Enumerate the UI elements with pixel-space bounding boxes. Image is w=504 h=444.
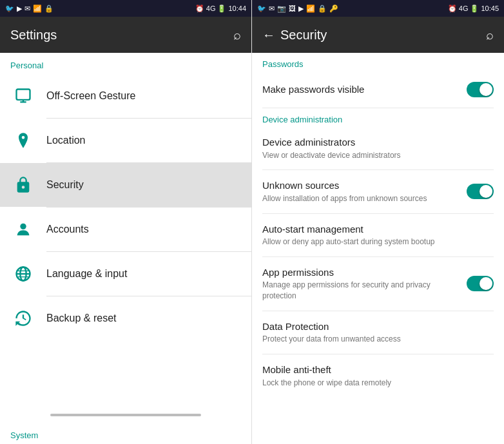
left-panel: 🐦 ▶ ✉ 📶 🔒 ⏰ 4G 🔋 10:44 Settings ⌕ Person…: [0, 0, 252, 444]
right-search-icon[interactable]: ⌕: [486, 28, 494, 43]
data-protection-title: Data Protection: [262, 320, 489, 333]
left-time: 10:44: [228, 5, 246, 12]
passwords-section-label: Passwords: [252, 53, 504, 72]
mobile-anti-theft-content: Mobile anti-theft Lock the phone or wipe…: [262, 363, 494, 388]
location-label: Location: [46, 135, 86, 146]
sidebar-item-backup-reset[interactable]: Backup & reset: [0, 296, 251, 340]
right-time: 10:45: [481, 5, 499, 12]
system-section-label: System: [0, 423, 251, 444]
device-administrators-item[interactable]: Device administrators View or deactivate…: [252, 127, 504, 169]
right-twitter-icon: 🐦: [257, 5, 266, 13]
right-top-bar: ← Security ⌕: [252, 17, 504, 53]
sidebar-item-location[interactable]: Location: [0, 119, 251, 162]
auto-start-management-item[interactable]: Auto-start management Allow or deny app …: [252, 214, 504, 256]
right-lock2-icon: 🔒: [318, 5, 327, 13]
app-permissions-subtitle: Manage app permissions for security and …: [262, 280, 461, 302]
left-alarm-icon: ⏰: [195, 5, 204, 13]
right-status-icons-right: ⏰ 4G 🔋 10:45: [448, 5, 499, 13]
security-label: Security: [46, 179, 84, 191]
left-status-icons-right: ⏰ 4G 🔋 10:44: [195, 5, 246, 13]
right-cam-icon: 📷: [277, 5, 286, 13]
security-icon: [10, 172, 36, 198]
auto-start-management-title: Auto-start management: [262, 223, 489, 236]
gesture-icon: [10, 83, 36, 109]
device-administrators-subtitle: View or deactivate device administrators: [262, 150, 489, 161]
language-input-label: Language & input: [46, 268, 127, 280]
right-battery-icon: 🔋: [470, 5, 479, 13]
accounts-label: Accounts: [46, 224, 89, 235]
right-signal-icon: 📶: [306, 5, 315, 13]
make-passwords-visible-toggle[interactable]: [467, 82, 494, 97]
right-status-icons-left: 🐦 ✉ 📷 🖼 ▶ 📶 🔒 🔑: [257, 5, 338, 13]
device-administrators-content: Device administrators View or deactivate…: [262, 136, 494, 160]
data-protection-item[interactable]: Data Protection Protect your data from u…: [252, 311, 504, 354]
scrollbar: [50, 414, 201, 416]
left-battery-icon: 🔋: [217, 5, 226, 13]
right-mail-icon: ✉: [269, 5, 275, 13]
off-screen-gesture-label: Off-Screen Gesture: [46, 90, 135, 102]
right-photo-icon: 🖼: [289, 5, 296, 12]
unknown-sources-title: Unknown sources: [262, 179, 461, 192]
backup-reset-label: Backup & reset: [46, 313, 117, 324]
mail-icon: ✉: [24, 5, 30, 13]
location-icon: [10, 128, 36, 153]
svg-rect-0: [17, 90, 30, 100]
language-icon: [10, 261, 36, 287]
sidebar-item-security[interactable]: Security: [0, 163, 251, 207]
app-permissions-title: App permissions: [262, 266, 461, 279]
unknown-sources-subtitle: Allow installation of apps from unknown …: [262, 193, 461, 204]
right-status-bar: 🐦 ✉ 📷 🖼 ▶ 📶 🔒 🔑 ⏰ 4G 🔋 10:45: [252, 0, 504, 17]
sidebar-item-language-input[interactable]: Language & input: [0, 252, 251, 296]
unknown-sources-content: Unknown sources Allow installation of ap…: [262, 179, 467, 204]
signal-icon: 📶: [33, 5, 42, 13]
back-button[interactable]: ←: [262, 28, 275, 43]
mobile-anti-theft-item[interactable]: Mobile anti-theft Lock the phone or wipe…: [252, 354, 504, 397]
unknown-sources-toggle[interactable]: [467, 184, 494, 199]
device-admin-section-label: Device administration: [252, 108, 504, 127]
right-network-label: 4G: [459, 5, 469, 12]
right-panel: 🐦 ✉ 📷 🖼 ▶ 📶 🔒 🔑 ⏰ 4G 🔋 10:45 ← Security …: [252, 0, 504, 444]
left-title: Settings: [10, 28, 57, 43]
svg-point-3: [20, 224, 26, 229]
backup-icon: [10, 305, 36, 331]
data-protection-subtitle: Protect your data from unwanted access: [262, 334, 489, 345]
right-play-icon: ▶: [298, 5, 304, 13]
left-top-bar: Settings ⌕: [0, 17, 251, 53]
make-passwords-visible-content: Make passwords visible: [262, 83, 467, 96]
make-passwords-visible-title: Make passwords visible: [262, 83, 461, 96]
lock-icon: 🔒: [44, 5, 53, 13]
youtube-icon: ▶: [17, 5, 22, 13]
sidebar-item-off-screen-gesture[interactable]: Off-Screen Gesture: [0, 74, 251, 118]
data-protection-content: Data Protection Protect your data from u…: [262, 320, 494, 345]
right-title: Security: [280, 28, 327, 43]
mobile-anti-theft-subtitle: Lock the phone or wipe data remotely: [262, 378, 489, 389]
auto-start-management-content: Auto-start management Allow or deny app …: [262, 223, 494, 247]
left-search-icon[interactable]: ⌕: [233, 28, 241, 43]
twitter-icon: 🐦: [5, 5, 14, 13]
accounts-icon: [10, 217, 36, 242]
unknown-sources-item[interactable]: Unknown sources Allow installation of ap…: [252, 170, 504, 213]
left-network-label: 4G: [206, 5, 216, 12]
app-permissions-item[interactable]: App permissions Manage app permissions f…: [252, 257, 504, 311]
auto-start-management-subtitle: Allow or deny app auto-start during syst…: [262, 236, 489, 247]
app-permissions-content: App permissions Manage app permissions f…: [262, 266, 467, 302]
left-status-icons-left: 🐦 ▶ ✉ 📶 🔒: [5, 5, 53, 13]
mobile-anti-theft-title: Mobile anti-theft: [262, 363, 489, 376]
right-alarm-icon: ⏰: [448, 5, 457, 13]
sidebar-item-accounts[interactable]: Accounts: [0, 208, 251, 251]
app-permissions-toggle[interactable]: [467, 276, 494, 291]
right-top-bar-left: ← Security: [262, 28, 327, 43]
left-status-bar: 🐦 ▶ ✉ 📶 🔒 ⏰ 4G 🔋 10:44: [0, 0, 251, 17]
personal-section-label: Personal: [0, 53, 251, 74]
device-administrators-title: Device administrators: [262, 136, 489, 149]
make-passwords-visible-item[interactable]: Make passwords visible: [252, 72, 504, 108]
right-key-icon: 🔑: [329, 5, 338, 13]
